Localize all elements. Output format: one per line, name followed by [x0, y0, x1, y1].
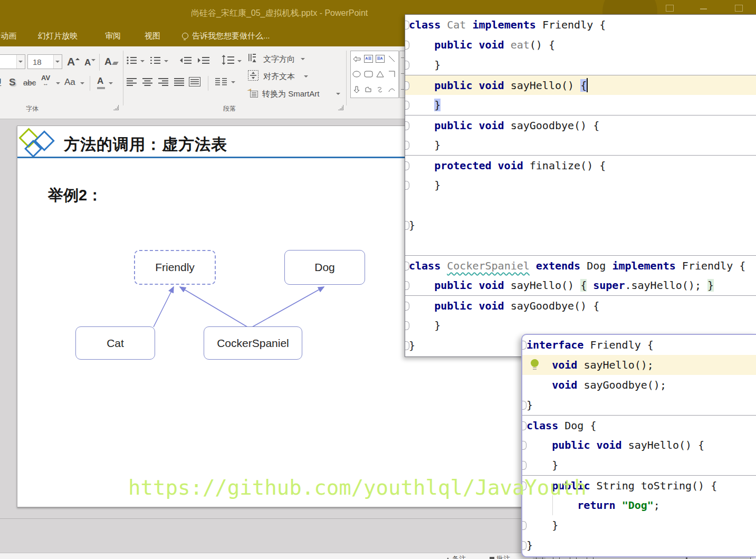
tab-view[interactable]: 视图: [145, 31, 160, 41]
chevron-down-icon[interactable]: [140, 60, 145, 62]
chevron-down-icon[interactable]: [56, 82, 60, 84]
code-line[interactable]: interface Friendly {: [522, 335, 756, 355]
strikethrough-button[interactable]: abc: [23, 78, 36, 87]
chevron-down-icon[interactable]: [231, 81, 235, 83]
code-line[interactable]: public void sayHello() {: [405, 75, 756, 95]
fold-marker-icon[interactable]: [522, 341, 527, 350]
intention-lightbulb-icon[interactable]: [531, 359, 539, 367]
fold-marker-icon[interactable]: [405, 61, 409, 70]
bullet-list-button[interactable]: [127, 56, 137, 65]
diagram-node-dog[interactable]: Dog: [284, 250, 365, 285]
diagram-node-cat[interactable]: Cat: [75, 326, 155, 360]
text-shadow-button[interactable]: S: [9, 76, 16, 88]
tell-me-box[interactable]: 告诉我您想要做什么...: [182, 31, 270, 41]
diagram-node-cockerspaniel[interactable]: CockerSpaniel: [204, 326, 302, 360]
chevron-down-icon[interactable]: [109, 82, 113, 84]
code-line[interactable]: public void sayGoodbye() {: [405, 115, 756, 135]
increase-indent-button[interactable]: [197, 56, 210, 65]
fold-marker-icon[interactable]: [522, 461, 527, 470]
shape-curve-icon[interactable]: [386, 82, 397, 98]
tab-slideshow[interactable]: 幻灯片放映: [38, 31, 78, 41]
minimize-icon[interactable]: [700, 8, 707, 9]
chevron-down-icon[interactable]: [16, 55, 25, 69]
code-line[interactable]: public void sayGoodbye() {: [405, 295, 756, 315]
fold-marker-icon[interactable]: [405, 141, 409, 150]
tab-review[interactable]: 审阅: [105, 31, 121, 41]
fold-marker-icon[interactable]: [405, 121, 409, 130]
chevron-down-icon[interactable]: [80, 82, 84, 84]
code-editor-popup[interactable]: interface Friendly { void sayHello(); vo…: [521, 334, 756, 557]
ribbon-display-options-icon[interactable]: [666, 5, 674, 12]
chevron-down-icon[interactable]: [164, 60, 168, 62]
shape-right-angle-icon[interactable]: [386, 66, 397, 82]
shape-left-arrow-icon[interactable]: [351, 51, 362, 66]
convert-smartart-button[interactable]: 转换为 SmartArt: [262, 89, 319, 99]
shape-down-arrow-icon[interactable]: [351, 82, 362, 98]
text-direction-button[interactable]: 文字方向: [263, 54, 295, 64]
code-line[interactable]: class Dog {: [522, 415, 756, 435]
code-line[interactable]: }: [405, 175, 756, 195]
code-line[interactable]: }: [405, 55, 756, 75]
shape-line-icon[interactable]: [386, 51, 397, 66]
code-line[interactable]: }: [405, 215, 756, 235]
fold-marker-icon[interactable]: [522, 521, 527, 530]
paragraph-dialog-launcher[interactable]: [338, 105, 343, 110]
maximize-icon[interactable]: [735, 5, 743, 12]
numbered-list-button[interactable]: [150, 56, 161, 65]
diagram-node-friendly[interactable]: Friendly: [134, 250, 216, 285]
code-line[interactable]: }: [522, 535, 756, 555]
code-line[interactable]: [405, 195, 756, 215]
columns-button[interactable]: [215, 77, 227, 86]
underline-button[interactable]: U: [0, 77, 1, 88]
fold-marker-icon[interactable]: [405, 181, 409, 190]
align-right-button[interactable]: [158, 78, 169, 86]
shape-oval-icon[interactable]: [351, 66, 362, 82]
change-case-button[interactable]: Aa: [64, 77, 75, 88]
fold-marker-icon[interactable]: [405, 21, 409, 30]
code-line[interactable]: }: [522, 395, 756, 415]
fold-marker-icon[interactable]: [405, 221, 409, 230]
shape-scribble-icon[interactable]: [374, 82, 386, 98]
fold-marker-icon[interactable]: [405, 321, 409, 330]
fold-marker-icon[interactable]: [405, 281, 409, 290]
align-left-button[interactable]: [127, 78, 137, 86]
code-line[interactable]: }: [522, 515, 756, 535]
shape-triangle-icon[interactable]: [374, 66, 386, 82]
fold-marker-icon[interactable]: [522, 421, 527, 430]
code-editor-main[interactable]: class Cat implements Friendly { public v…: [405, 14, 756, 357]
fold-marker-icon[interactable]: [522, 441, 527, 450]
decrease-indent-button[interactable]: [179, 56, 192, 65]
align-center-button[interactable]: [142, 78, 153, 86]
code-line[interactable]: }: [405, 95, 756, 115]
shape-horizontal-textbox-icon[interactable]: A☰: [362, 51, 374, 66]
code-line[interactable]: void sayHello();: [522, 355, 756, 375]
align-text-button[interactable]: 对齐文本: [263, 72, 295, 82]
code-line[interactable]: protected void finalize() {: [405, 155, 756, 175]
shape-vertical-textbox-icon[interactable]: ☰A: [374, 51, 386, 66]
fold-marker-icon[interactable]: [405, 341, 409, 350]
fold-marker-icon[interactable]: [405, 302, 409, 311]
chevron-down-icon[interactable]: [53, 55, 62, 69]
tab-animations[interactable]: 动画: [1, 31, 16, 41]
justify-button[interactable]: [174, 78, 185, 86]
character-spacing-button[interactable]: AV↔: [41, 75, 50, 86]
fold-marker-icon[interactable]: [522, 401, 527, 410]
font-name-select[interactable]: [0, 54, 25, 69]
code-line[interactable]: }: [405, 315, 756, 335]
font-color-button[interactable]: A: [97, 76, 105, 89]
fold-marker-icon[interactable]: [405, 262, 409, 271]
font-size-select[interactable]: 18: [27, 54, 62, 69]
fold-marker-icon[interactable]: [405, 81, 409, 90]
code-line[interactable]: class CockerSpaniel extends Dog implemen…: [405, 255, 756, 275]
chevron-down-icon[interactable]: [301, 58, 305, 60]
code-line[interactable]: void sayGoodbye();: [522, 375, 756, 395]
shrink-font-button[interactable]: A: [84, 57, 95, 68]
code-line[interactable]: public void eat() {: [405, 35, 756, 55]
font-dialog-launcher[interactable]: [113, 105, 119, 110]
fold-marker-icon[interactable]: [405, 41, 409, 50]
clear-formatting-button[interactable]: A: [104, 56, 118, 68]
chevron-down-icon[interactable]: [237, 60, 242, 62]
comments-toggle[interactable]: 批注: [490, 554, 510, 559]
code-line[interactable]: [405, 235, 756, 255]
grow-font-button[interactable]: A: [67, 55, 80, 68]
